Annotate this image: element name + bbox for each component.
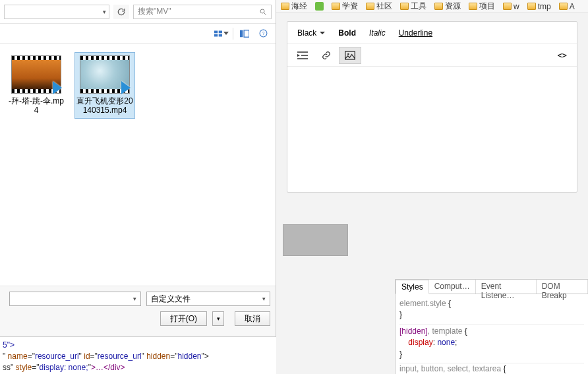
bookmark-label: w [514, 2, 519, 11]
svg-rect-4 [214, 34, 218, 36]
chevron-down-icon: ▾ [133, 296, 136, 302]
preview-pane-button[interactable] [237, 27, 252, 40]
open-button-label: 打开(O) [170, 313, 197, 325]
svg-rect-5 [219, 34, 222, 36]
video-thumbnail [80, 55, 130, 94]
dialog-footer: ▾ 自定义文件 ▾ 打开(O) ▾ 取消 [0, 286, 276, 336]
svg-point-0 [260, 9, 264, 13]
folder-icon [332, 3, 340, 10]
file-name: 直升飞机变形20140315.mp4 [75, 95, 134, 118]
upload-progress-placeholder [283, 224, 348, 256]
search-placeholder: 搜索"MV" [138, 6, 171, 17]
svg-rect-2 [214, 30, 218, 33]
svg-point-11 [347, 53, 349, 55]
svg-rect-3 [219, 30, 222, 33]
tab-computed[interactable]: Comput… [429, 280, 476, 294]
italic-button[interactable]: Italic [363, 24, 392, 42]
chevron-down-icon: ▾ [103, 9, 106, 15]
play-icon [53, 81, 62, 94]
folder-icon [559, 3, 568, 10]
bookmark-item[interactable]: tmp [525, 1, 553, 12]
open-split-button[interactable]: ▾ [212, 311, 224, 326]
folder-icon [434, 3, 443, 10]
chevron-down-icon: ▾ [217, 315, 220, 322]
underline-label: Underline [399, 28, 432, 38]
view-mode-button[interactable] [214, 27, 229, 40]
chevron-down-icon: ▾ [262, 296, 266, 302]
bookmark-item[interactable]: 项目 [467, 0, 497, 13]
svg-line-1 [264, 13, 266, 15]
preview-pane-icon [240, 30, 249, 38]
bookmark-label: 学资 [342, 1, 358, 12]
filetype-combo[interactable]: 自定义文件 ▾ [146, 292, 270, 306]
underline-button[interactable]: Underline [393, 24, 438, 42]
bookmark-item[interactable] [313, 1, 326, 11]
editor-canvas[interactable] [287, 67, 577, 192]
css-rule: input, button, select, textarea { [399, 363, 584, 374]
file-item[interactable]: -拜-塔-跳-伞.mp4 [7, 53, 66, 118]
file-name: -拜-塔-跳-伞.mp4 [7, 95, 66, 118]
bookmark-label: 工具 [411, 1, 426, 12]
bookmark-label: 项目 [479, 1, 495, 12]
bold-button[interactable]: Bold [332, 24, 362, 42]
bookmark-item[interactable]: 海经 [279, 0, 309, 13]
folder-icon [503, 3, 512, 10]
browser-area: 海经 学资 社区 工具 资源 项目 w tmp A Black Bold Ita… [276, 0, 588, 374]
css-rule: [hidden], template { display: none; } [399, 325, 584, 363]
css-rule: element.style { } [399, 297, 584, 325]
image-button[interactable] [339, 47, 361, 64]
help-button[interactable]: ? [256, 27, 270, 40]
play-icon [121, 81, 131, 94]
indent-icon [297, 51, 308, 59]
devtools-styles-panel: Styles Comput… Event Listene… DOM Breakp… [395, 279, 588, 374]
code-view-button[interactable]: <> [552, 47, 573, 64]
image-icon [345, 51, 355, 60]
dialog-addressbar: ▾ 搜索"MV" [0, 0, 276, 24]
styles-rules[interactable]: element.style { } [hidden], template { d… [396, 294, 588, 374]
bookmark-item[interactable]: 社区 [364, 0, 394, 13]
text-color-button[interactable]: Black [291, 24, 331, 42]
search-input[interactable]: 搜索"MV" [133, 5, 272, 19]
bookmark-item[interactable]: 工具 [398, 0, 428, 13]
bookmark-item[interactable]: 学资 [330, 0, 360, 13]
evernote-icon [315, 2, 324, 11]
svg-rect-6 [240, 30, 243, 37]
folder-icon [400, 3, 409, 10]
link-icon [321, 51, 332, 60]
link-button[interactable] [315, 47, 338, 64]
folder-icon [527, 3, 536, 10]
bookmark-label: 海经 [291, 1, 307, 12]
bookmark-item[interactable]: 资源 [432, 0, 463, 13]
filename-combo[interactable]: ▾ [9, 292, 141, 306]
text-color-label: Black [297, 28, 316, 38]
bookmark-item[interactable]: A [557, 1, 577, 12]
tab-dom-breakpoints[interactable]: DOM Breakp [537, 280, 588, 294]
filetype-value: 自定义文件 [151, 294, 191, 305]
file-open-dialog: ▾ 搜索"MV" ? -拜-塔-跳-伞.mp4 [0, 0, 276, 336]
file-list: -拜-塔-跳-伞.mp4 直升飞机变形20140315.mp4 [0, 44, 276, 268]
folder-icon [366, 3, 374, 10]
italic-label: Italic [369, 28, 386, 38]
svg-rect-7 [244, 30, 249, 37]
bookmark-label: A [570, 2, 575, 11]
editor-toolbar-row-1: Black Bold Italic Underline [287, 22, 577, 44]
tab-event-listeners[interactable]: Event Listene… [476, 280, 537, 294]
folder-icon [469, 3, 477, 10]
video-thumbnail [11, 55, 61, 94]
bookmarks-bar: 海经 学资 社区 工具 资源 项目 w tmp A [276, 0, 588, 13]
devtools-tabs: Styles Comput… Event Listene… DOM Breakp [396, 280, 588, 294]
file-item[interactable]: 直升飞机变形20140315.mp4 [75, 53, 134, 118]
cancel-button[interactable]: 取消 [235, 311, 270, 326]
open-button[interactable]: 打开(O) [160, 311, 207, 326]
refresh-icon [117, 7, 126, 16]
help-icon: ? [259, 29, 268, 38]
path-combo[interactable]: ▾ [4, 5, 109, 19]
editor-container: Black Bold Italic Underline <> [276, 13, 588, 193]
refresh-button[interactable] [113, 5, 129, 19]
separator [233, 28, 233, 40]
tab-styles[interactable]: Styles [396, 280, 429, 294]
rich-text-editor: Black Bold Italic Underline <> [287, 21, 577, 193]
indent-button[interactable] [291, 47, 314, 64]
folder-icon [281, 3, 289, 10]
bookmark-item[interactable]: w [501, 1, 521, 12]
